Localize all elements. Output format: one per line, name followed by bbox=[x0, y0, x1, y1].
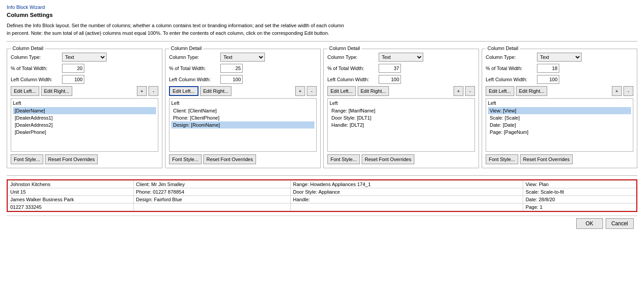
content-box-2: LeftClient: [ClientName]Phone: [ClientPh… bbox=[169, 98, 317, 152]
width-row-4: % of Total Width: bbox=[486, 64, 633, 73]
left-col-row-3: Left Column Width: bbox=[327, 75, 475, 84]
plus-btn-3[interactable]: + bbox=[454, 86, 463, 96]
content-row-2-3[interactable]: Design: [RoomName] bbox=[171, 121, 314, 129]
plus-btn-4[interactable]: + bbox=[612, 86, 622, 96]
minus-btn-4[interactable]: - bbox=[623, 86, 633, 96]
content-row-2-2[interactable]: Phone: [ClientPhone] bbox=[171, 114, 314, 121]
section-label-2: Left bbox=[171, 100, 314, 106]
column-legend-2: Column Detail bbox=[169, 46, 203, 51]
content-row-4-3[interactable]: Date: [Date] bbox=[488, 121, 631, 129]
width-input-1[interactable] bbox=[62, 64, 84, 73]
content-row-4-2[interactable]: Scale: [Scale] bbox=[488, 114, 631, 121]
content-row-2-1[interactable]: Client: [ClientName] bbox=[171, 107, 314, 114]
edit-btn-row-1: Edit Left...Edit Right...+- bbox=[11, 86, 158, 96]
column-type-row-1: Column Type:TextImageBranding bbox=[11, 53, 158, 62]
edit-right-btn-1[interactable]: Edit Right... bbox=[41, 86, 73, 96]
left-col-input-2[interactable] bbox=[220, 75, 243, 84]
content-row-3-1[interactable]: Range: [ManfName] bbox=[330, 107, 473, 114]
plus-btn-1[interactable]: + bbox=[137, 86, 147, 96]
width-row-1: % of Total Width: bbox=[11, 64, 158, 73]
left-col-label-2: Left Column Width: bbox=[169, 77, 220, 82]
left-col-input-4[interactable] bbox=[537, 75, 559, 84]
reset-font-btn-3[interactable]: Reset Font Overrides bbox=[362, 154, 415, 164]
minus-btn-2[interactable]: - bbox=[307, 86, 317, 96]
font-style-btn-2[interactable]: Font Style... bbox=[169, 154, 202, 164]
top-divider bbox=[7, 41, 637, 41]
preview-cell-3-2: Design: Fairford Blue bbox=[133, 196, 290, 203]
column-type-select-1[interactable]: TextImageBranding bbox=[62, 53, 107, 62]
font-style-btn-1[interactable]: Font Style... bbox=[11, 154, 43, 164]
preview-cell-4-1: 01227 333245 bbox=[8, 203, 134, 211]
width-input-2[interactable] bbox=[220, 64, 243, 73]
edit-left-btn-4[interactable]: Edit Left... bbox=[486, 86, 514, 96]
column-detail-1: Column DetailColumn Type:TextImageBrandi… bbox=[7, 49, 162, 168]
column-type-select-3[interactable]: TextImageBranding bbox=[379, 53, 423, 62]
reset-font-btn-4[interactable]: Reset Font Overrides bbox=[520, 154, 573, 164]
content-row-1-1[interactable]: [DealerName] bbox=[13, 107, 156, 114]
preview-cell-2-4: Scale: Scale-to-fit bbox=[523, 188, 636, 196]
content-box-1: Left[DealerName][DealerAddress1][DealerA… bbox=[11, 98, 158, 152]
column-type-label-2: Column Type: bbox=[169, 54, 220, 60]
edit-right-btn-3[interactable]: Edit Right... bbox=[358, 86, 389, 96]
section-label-1: Left bbox=[13, 100, 156, 106]
footer-row: OK Cancel bbox=[7, 216, 637, 231]
column-type-label-3: Column Type: bbox=[327, 54, 379, 60]
column-type-select-4[interactable]: TextImageBranding bbox=[537, 53, 582, 62]
width-label-3: % of Total Width: bbox=[327, 66, 379, 71]
preview-area: Johnston KitchensClient: Mr Jim SmalleyR… bbox=[7, 179, 637, 212]
minus-btn-3[interactable]: - bbox=[465, 86, 475, 96]
description: Defines the Info Block layout. Set the n… bbox=[7, 22, 346, 37]
left-col-input-3[interactable] bbox=[379, 75, 401, 84]
font-style-btn-4[interactable]: Font Style... bbox=[486, 154, 518, 164]
edit-left-btn-3[interactable]: Edit Left... bbox=[327, 86, 356, 96]
preview-cell-1-4: View: Plan bbox=[523, 181, 636, 188]
preview-row-3: James Walker Business ParkDesign: Fairfo… bbox=[8, 196, 636, 203]
cancel-button[interactable]: Cancel bbox=[606, 218, 634, 229]
reset-font-btn-1[interactable]: Reset Font Overrides bbox=[45, 154, 98, 164]
column-detail-2: Column DetailColumn Type:TextImageBrandi… bbox=[165, 49, 321, 168]
ok-button[interactable]: OK bbox=[576, 218, 603, 229]
bottom-btns-row-4: Font Style...Reset Font Overrides bbox=[486, 154, 633, 164]
left-col-label-3: Left Column Width: bbox=[327, 77, 379, 82]
edit-right-btn-4[interactable]: Edit Right... bbox=[516, 86, 548, 96]
edit-btn-row-2: Edit Left...Edit Right...+- bbox=[169, 86, 317, 96]
column-type-select-2[interactable]: TextImageBranding bbox=[220, 53, 265, 62]
main-container: Info Block Wizard Column Settings Define… bbox=[0, 0, 644, 307]
preview-cell-4-2 bbox=[133, 203, 290, 211]
column-legend-4: Column Detail bbox=[486, 46, 520, 51]
page-title: Column Settings bbox=[7, 12, 637, 18]
content-row-1-3[interactable]: [DealerAddress2] bbox=[13, 121, 156, 129]
reset-font-btn-2[interactable]: Reset Font Overrides bbox=[203, 154, 256, 164]
edit-left-btn-1[interactable]: Edit Left... bbox=[11, 86, 39, 96]
left-col-input-1[interactable] bbox=[62, 75, 84, 84]
preview-cell-1-3: Range: Howdens Appliances 174_1 bbox=[291, 181, 523, 188]
width-input-3[interactable] bbox=[379, 64, 401, 73]
column-type-row-2: Column Type:TextImageBranding bbox=[169, 53, 317, 62]
content-row-1-2[interactable]: [DealerAddress1] bbox=[13, 114, 156, 121]
preview-row-1: Johnston KitchensClient: Mr Jim SmalleyR… bbox=[8, 181, 636, 188]
content-row-4-1[interactable]: View: [View] bbox=[488, 107, 631, 114]
width-row-3: % of Total Width: bbox=[327, 64, 475, 73]
content-row-3-2[interactable]: Door Style: [DLT1] bbox=[330, 114, 473, 121]
font-style-btn-3[interactable]: Font Style... bbox=[327, 154, 360, 164]
width-input-4[interactable] bbox=[537, 64, 559, 73]
preview-cell-3-4: Date: 28/8/20 bbox=[523, 196, 636, 203]
column-type-label-4: Column Type: bbox=[486, 54, 537, 60]
preview-cell-2-3: Door Style: Appliance bbox=[291, 188, 523, 196]
content-box-3: LeftRange: [ManfName]Door Style: [DLT1]H… bbox=[327, 98, 475, 152]
content-row-3-3[interactable]: Handle: [DLT2] bbox=[330, 121, 473, 129]
column-detail-3: Column DetailColumn Type:TextImageBrandi… bbox=[323, 49, 479, 168]
minus-btn-1[interactable]: - bbox=[149, 86, 158, 96]
content-row-1-4[interactable]: [DealerPhone] bbox=[13, 129, 156, 136]
left-col-row-2: Left Column Width: bbox=[169, 75, 317, 84]
content-row-4-4[interactable]: Page: [PageNum] bbox=[488, 129, 631, 136]
bottom-btns-row-3: Font Style...Reset Font Overrides bbox=[327, 154, 475, 164]
left-col-row-1: Left Column Width: bbox=[11, 75, 158, 84]
edit-right-btn-2[interactable]: Edit Right... bbox=[200, 86, 232, 96]
plus-btn-2[interactable]: + bbox=[295, 86, 305, 96]
preview-cell-1-1: Johnston Kitchens bbox=[8, 181, 134, 188]
left-col-label-1: Left Column Width: bbox=[11, 77, 62, 82]
preview-cell-3-3: Handle: bbox=[291, 196, 523, 203]
edit-left-btn-2[interactable]: Edit Left... bbox=[169, 86, 198, 96]
section-label-3: Left bbox=[330, 100, 473, 106]
